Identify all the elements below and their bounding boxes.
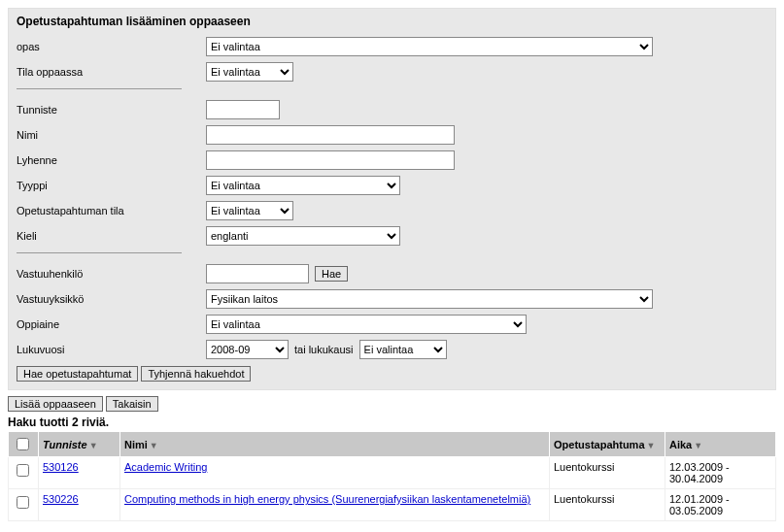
label-opas: opas <box>17 41 206 52</box>
checkbox-row[interactable] <box>17 496 29 509</box>
header-aika[interactable]: Aika▼ <box>665 432 776 457</box>
header-opetustapahtuma[interactable]: Opetustapahtuma▼ <box>550 432 665 457</box>
cell-tyyppi: Luentokurssi <box>550 489 665 521</box>
select-tyyppi[interactable]: Ei valintaa <box>206 176 400 195</box>
select-kieli[interactable]: englanti <box>206 226 400 246</box>
label-nimi: Nimi <box>17 129 206 141</box>
sort-icon: ▼ <box>89 441 98 450</box>
header-nimi[interactable]: Nimi▼ <box>120 432 550 457</box>
header-tunniste[interactable]: Tunniste▼ <box>39 432 120 457</box>
sort-icon: ▼ <box>647 441 656 450</box>
select-vastuuyksikko[interactable]: Fysiikan laitos <box>206 289 653 309</box>
input-lyhenne[interactable] <box>206 150 455 170</box>
label-tila-oppaassa: Tila oppaassa <box>17 66 206 78</box>
checkbox-row[interactable] <box>17 464 29 477</box>
sort-icon: ▼ <box>150 441 158 450</box>
label-vastuuyksikko: Vastuuyksikkö <box>17 293 206 305</box>
sort-icon: ▼ <box>694 441 702 450</box>
input-nimi[interactable] <box>206 125 455 145</box>
separator <box>17 252 182 253</box>
results-table: Tunniste▼ Nimi▼ Opetustapahtuma▼ Aika▼ 5… <box>8 431 776 521</box>
link-tunniste[interactable]: 530126 <box>43 461 79 473</box>
label-oppiaine: Oppiaine <box>17 318 206 330</box>
form-title: Opetustapahtuman lisääminen oppaaseen <box>17 15 767 28</box>
select-opas[interactable]: Ei valintaa <box>206 37 653 56</box>
search-form-panel: Opetustapahtuman lisääminen oppaaseen op… <box>8 8 776 390</box>
table-row: 530226 Computing methods in high energy … <box>9 489 776 521</box>
link-nimi[interactable]: Computing methods in high energy physics… <box>124 493 530 505</box>
button-tyhjenna-hakuehdot[interactable]: Tyhjennä hakuehdot <box>141 366 251 382</box>
label-tai-lukukausi: tai lukukausi <box>294 344 354 355</box>
select-lukukausi[interactable]: Ei valintaa <box>359 340 447 359</box>
button-hae-opetustapahtumat[interactable]: Hae opetustapahtumat <box>17 366 138 382</box>
input-vastuuhenkilo[interactable] <box>206 264 309 283</box>
link-tunniste[interactable]: 530226 <box>43 493 79 505</box>
link-nimi[interactable]: Academic Writing <box>124 461 207 473</box>
button-hae-vastuuhenkilo[interactable]: Hae <box>315 266 348 282</box>
select-tila-oppaassa[interactable]: Ei valintaa <box>206 62 293 82</box>
table-row: 530126 Academic Writing Luentokurssi 12.… <box>9 457 776 489</box>
cell-aika: 12.03.2009 - 30.04.2009 <box>665 457 776 489</box>
label-lukuvuosi: Lukuvuosi <box>17 344 206 355</box>
select-oppiaine[interactable]: Ei valintaa <box>206 315 527 334</box>
input-tunniste[interactable] <box>206 100 280 119</box>
label-lyhenne: Lyhenne <box>17 154 206 166</box>
select-opetustapahtuman-tila[interactable]: Ei valintaa <box>206 201 293 220</box>
select-lukuvuosi[interactable]: 2008-09 <box>206 340 289 359</box>
label-opetustapahtuman-tila: Opetustapahtuman tila <box>17 205 206 216</box>
checkbox-select-all[interactable] <box>17 438 29 450</box>
label-kieli: Kieli <box>17 230 206 242</box>
results-summary: Haku tuotti 2 riviä. <box>8 416 776 429</box>
cell-tyyppi: Luentokurssi <box>550 457 665 489</box>
cell-aika: 12.01.2009 - 03.05.2009 <box>665 489 776 521</box>
label-tunniste: Tunniste <box>17 104 206 116</box>
label-vastuuhenkilo: Vastuuhenkilö <box>17 268 206 280</box>
label-tyyppi: Tyyppi <box>17 180 206 191</box>
button-lisaa-oppaaseen[interactable]: Lisää oppaaseen <box>8 396 103 412</box>
separator <box>17 88 182 89</box>
button-takaisin[interactable]: Takaisin <box>106 396 158 412</box>
